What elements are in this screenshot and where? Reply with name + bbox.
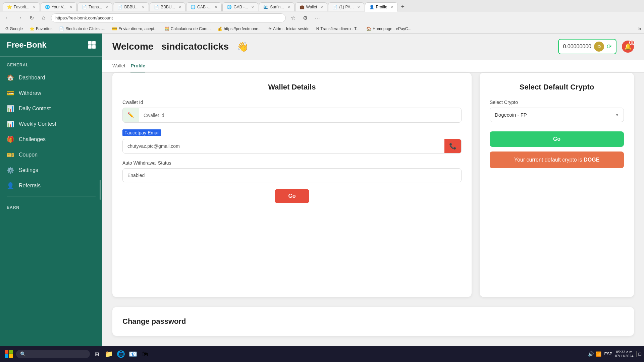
weekly-contest-icon: 📊 <box>7 120 14 128</box>
bookmark-button[interactable]: ☆ <box>288 13 298 22</box>
tab-close[interactable]: ✕ <box>70 5 72 9</box>
select-crypto-go-button[interactable]: Go <box>490 131 624 147</box>
show-desktop-button[interactable]: □ <box>636 351 641 357</box>
notification-button[interactable]: 🔔 0 <box>622 41 634 53</box>
taskbar-mail-icon[interactable]: 📧 <box>127 349 138 359</box>
auto-withdrawal-label: Auto Withdrawal Status <box>122 160 462 166</box>
crypto-dropdown[interactable]: Dogecoin - FP Bitcoin - FP Ethereum - FP… <box>490 108 624 122</box>
tab-label: Surfin... <box>270 5 284 9</box>
tab-wallet[interactable]: 💼 Wallet ✕ <box>295 2 328 11</box>
sidebar-scroll-indicator <box>100 180 101 200</box>
tab-gab2[interactable]: 🌐 GAB -... ✕ <box>222 2 258 11</box>
sidebar-item-label: Challenges <box>19 136 46 142</box>
tab-close[interactable]: ✕ <box>320 5 323 9</box>
balance-refresh-button[interactable]: ⟳ <box>607 43 612 50</box>
tab-close[interactable]: ✕ <box>215 5 217 9</box>
tab-favorit[interactable]: ⭐ Favorit... ✕ <box>3 2 40 11</box>
refresh-button[interactable]: ↻ <box>27 13 36 22</box>
bookmark-calculadora[interactable]: 🧮Calculadora de Com... <box>162 26 213 32</box>
bookmarks-more-button[interactable]: » <box>638 25 641 32</box>
edit-icon: ✏️ <box>123 108 139 122</box>
sidebar-item-weekly-contest[interactable]: 📊 Weekly Contest <box>0 116 102 132</box>
tab-wallet[interactable]: Wallet <box>112 60 125 72</box>
faucetpay-email-input[interactable] <box>123 139 444 153</box>
tab-favicon: 🌐 <box>45 5 50 9</box>
tab-close[interactable]: ✕ <box>287 5 290 9</box>
taskbar-taskview-button[interactable]: ⊞ <box>91 349 102 359</box>
tab-yourv[interactable]: 🌐 Your V... ✕ <box>41 2 77 11</box>
header-right: 0.00000000 D ⟳ 🔔 0 <box>558 39 634 54</box>
home-button[interactable]: ⌂ <box>39 13 48 22</box>
taskbar-edge-icon[interactable]: 🌐 <box>115 349 126 359</box>
back-button[interactable]: ← <box>3 13 12 22</box>
address-input[interactable] <box>51 13 286 22</box>
tab-favicon: 🌐 <box>227 5 231 9</box>
bookmark-favoritos[interactable]: ⭐Favoritos <box>27 26 55 32</box>
tab-close[interactable]: ✕ <box>33 5 36 9</box>
tab-pa[interactable]: 📄 (1) PA... ✕ <box>328 2 364 11</box>
select-default-crypto-card: Select Default Crypto Select Crypto Doge… <box>480 73 634 297</box>
bookmark-perfectmoney[interactable]: 💰https://perfectmone... <box>215 26 264 32</box>
faucetpay-phone-icon-button[interactable]: 📞 <box>444 139 461 153</box>
tab-favicon: 💼 <box>300 5 304 9</box>
sidebar-item-challenges[interactable]: 🎁 Challenges <box>0 132 102 147</box>
sidebar-item-label: Dashboard <box>19 75 45 81</box>
cwallet-input[interactable] <box>139 109 461 122</box>
bookmark-airtm[interactable]: ✈Airtm - Iniciar sesión <box>266 26 312 32</box>
sidebar-grid-icon[interactable] <box>88 41 96 49</box>
bookmark-google[interactable]: GGoogle <box>3 26 25 32</box>
tab-profile[interactable]: Profile <box>130 60 145 72</box>
tab-favicon: 📄 <box>154 5 159 9</box>
tab-close[interactable]: ✕ <box>357 5 360 9</box>
crypto-balance-widget: 0.00000000 D ⟳ <box>558 39 616 54</box>
tab-close[interactable]: ✕ <box>142 5 145 9</box>
tab-surfin[interactable]: 🌊 Surfin... ✕ <box>259 2 294 11</box>
tab-profile[interactable]: 👤 Profile ✕ <box>365 2 398 12</box>
windows-logo-icon <box>5 350 13 358</box>
sidebar-item-settings[interactable]: ⚙️ Settings <box>0 163 102 178</box>
sidebar-item-coupon[interactable]: 🎫 Coupon <box>0 147 102 163</box>
tab-favicon: 🌊 <box>263 5 268 9</box>
withdraw-icon: 💳 <box>7 89 14 97</box>
sidebar-item-label: Withdraw <box>19 90 41 96</box>
forward-button[interactable]: → <box>15 13 24 22</box>
taskbar-store-icon[interactable]: 🛍 <box>140 349 150 359</box>
tab-close[interactable]: ✕ <box>178 5 181 9</box>
change-password-section: Change password <box>102 307 644 346</box>
tab-bbbu2[interactable]: 📄 BBBU... ✕ <box>150 2 185 11</box>
sidebar-item-label: Coupon <box>19 152 38 158</box>
change-password-card: Change password <box>112 307 634 336</box>
notification-badge: 0 <box>629 40 635 45</box>
new-tab-button[interactable]: + <box>398 2 408 12</box>
taskbar-time-display: 05:33 a.m. 07/11/2024 <box>615 350 633 358</box>
sidebar-item-label: Daily Contest <box>19 106 51 112</box>
bookmark-sindicato[interactable]: 📄Sindicato de Clicks -... <box>56 26 108 32</box>
sidebar-item-withdraw[interactable]: 💳 Withdraw <box>0 85 102 101</box>
file-explorer-icon: 📁 <box>105 350 113 358</box>
username-text: sindicatoclicks <box>161 41 229 52</box>
sidebar-item-daily-contest[interactable]: 📊 Daily Contest <box>0 101 102 116</box>
wallet-go-button[interactable]: Go <box>275 189 309 203</box>
taskbar: 🔍 ⊞ 📁 🌐 📧 🛍 🔊 📶 ESP 05:33 a.m. 07/11/202… <box>0 346 644 362</box>
tab-gab1[interactable]: 🌐 GAB -... ✕ <box>186 2 222 11</box>
start-button[interactable] <box>3 348 15 360</box>
tab-close[interactable]: ✕ <box>105 5 108 9</box>
taskbar-right: 🔊 📶 ESP 05:33 a.m. 07/11/2024 □ <box>588 350 641 358</box>
bookmark-enviar[interactable]: 💳Enviar dinero, acept... <box>109 26 160 32</box>
sidebar-logo: Free-Bonk <box>7 40 47 50</box>
tab-close[interactable]: ✕ <box>251 5 254 9</box>
sidebar-item-dashboard[interactable]: 🏠 Dashboard <box>0 70 102 85</box>
taskbar-search-box[interactable]: 🔍 <box>16 350 90 358</box>
taskbar-file-explorer[interactable]: 📁 <box>103 349 114 359</box>
current-crypto-coin: DOGE <box>584 157 599 163</box>
bookmark-homepage[interactable]: 🏠Homepage - ePayC... <box>364 26 414 32</box>
menu-button[interactable]: ⋯ <box>313 13 322 22</box>
tab-trans[interactable]: 📄 Trans... ✕ <box>77 2 112 11</box>
bookmark-transfiera[interactable]: NTransfiera dinero - T... <box>314 26 362 32</box>
tab-close[interactable]: ✕ <box>391 5 393 9</box>
extensions-button[interactable]: ⚙ <box>301 13 310 22</box>
taskbar-date: 07/11/2024 <box>615 354 633 358</box>
change-password-title: Change password <box>122 317 624 326</box>
sidebar-item-referrals[interactable]: 👤 Referrals <box>0 178 102 193</box>
tab-bbbu1[interactable]: 📄 BBBU... ✕ <box>113 2 149 11</box>
